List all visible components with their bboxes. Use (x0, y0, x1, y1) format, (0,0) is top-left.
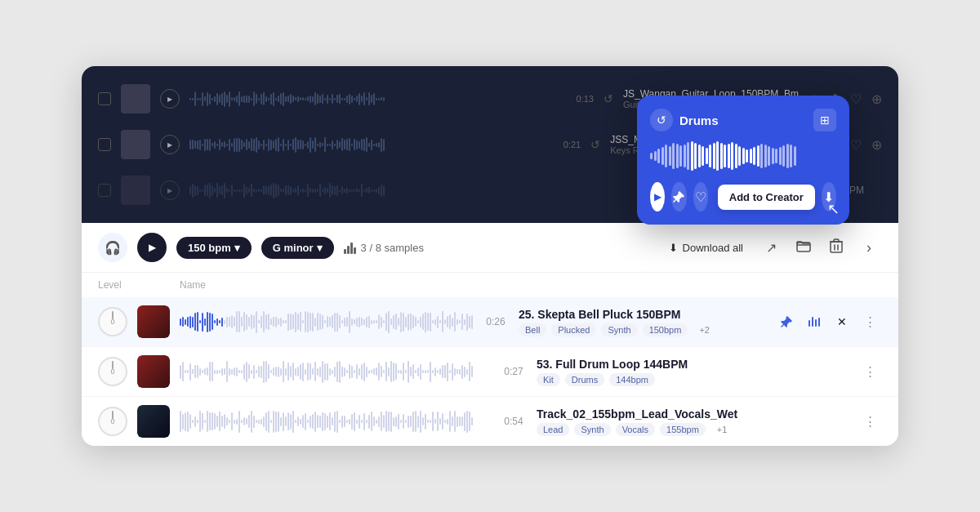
track-checkbox[interactable] (98, 184, 111, 197)
popup-refresh-button[interactable]: ↺ (650, 109, 673, 131)
key-label: G minor (273, 242, 314, 254)
tag[interactable]: Vocals (616, 423, 655, 436)
bpm-button[interactable]: 150 bpm ▾ (176, 237, 252, 259)
delete-icon (830, 238, 843, 256)
svg-rect-3 (812, 317, 813, 327)
chevron-icon: › (866, 239, 871, 256)
add-to-creator-icon[interactable]: ⊕ (871, 91, 882, 107)
track-name-2: 53. Full Drum Loop 144BPM (537, 358, 848, 371)
heart-icon[interactable]: ♡ (850, 137, 862, 153)
samples-label: 3 / 8 samples (361, 242, 424, 254)
add-to-creator-tooltip: Add to Creator (718, 185, 815, 210)
col-name-header: Name (180, 279, 882, 291)
popup-grid-button[interactable]: ⊞ (813, 109, 836, 131)
tag[interactable]: 155bpm (660, 423, 706, 436)
tag-more[interactable]: +2 (693, 323, 716, 336)
track-tags-1: Bell Plucked Synth 150bpm +2 (519, 323, 764, 336)
tag[interactable]: Drums (565, 373, 604, 386)
bar-chart-icon (344, 241, 356, 254)
tag[interactable]: Plucked (551, 323, 596, 336)
popup-download-button[interactable]: ⬇ ↖ (822, 182, 836, 211)
key-arrow: ▾ (317, 242, 323, 254)
row-actions-2: ⋮ (858, 359, 882, 384)
delete-button[interactable] (823, 234, 849, 260)
track-thumbnail (121, 130, 150, 159)
bpm-arrow: ▾ (234, 242, 240, 254)
download-icon: ⬇ (669, 242, 678, 254)
more-button-1[interactable]: ⋮ (858, 309, 882, 334)
track-row-3: 0 0:54 Track_02_155bpm_Lead_Vocals_Wet L… (82, 397, 898, 446)
track-duration-3: 0:54 (501, 416, 527, 427)
key-button[interactable]: G minor ▾ (261, 237, 334, 259)
tag-more[interactable]: +1 (710, 423, 734, 436)
play-button-dark[interactable]: ▶ (160, 180, 180, 200)
level-knob-3[interactable]: 0 (98, 407, 127, 436)
track-info-3: Track_02_155bpm_Lead_Vocals_Wet Lead Syn… (537, 407, 848, 436)
track-checkbox[interactable] (98, 138, 111, 151)
col-level-header: Level (98, 279, 180, 291)
play-button-dark[interactable]: ▶ (160, 135, 180, 154)
tag[interactable]: Lead (537, 423, 569, 436)
eq-button-1[interactable] (802, 309, 826, 334)
track-duration: 0:21 (558, 140, 581, 149)
add-to-creator-icon[interactable]: ⊕ (871, 137, 882, 153)
play-button-main[interactable]: ▶ (137, 233, 167, 262)
popup-waveform (650, 141, 836, 171)
refresh-icon[interactable]: ↺ (604, 92, 613, 105)
more-button-2[interactable]: ⋮ (858, 359, 882, 384)
folder-button[interactable] (791, 234, 817, 260)
player-bar: 🎧 ▶ 150 bpm ▾ G minor ▾ 3 / 8 samples (82, 223, 898, 273)
play-button-dark[interactable]: ▶ (160, 89, 180, 109)
waveform-dark: // Inline waveform bars for dark tracks (189, 87, 561, 110)
popup-pin-button[interactable] (671, 182, 686, 211)
remove-button-1[interactable]: ✕ (830, 309, 854, 334)
popup-actions: ▶ ♡ Add to Creator ⬇ ↖ (650, 182, 836, 211)
track-thumbnail (121, 176, 150, 205)
track-duration-1: 0:26 (483, 316, 509, 327)
waveform-dark (189, 179, 709, 202)
waveform-dark (189, 133, 548, 156)
heart-icon[interactable]: ♡ (850, 91, 862, 107)
tag[interactable]: Bell (519, 323, 546, 336)
track-row-2: 0 0:27 53. Full Drum Loop 144BPM Kit Dru… (82, 347, 898, 397)
popup-card: ↺ Drums ⊞ ▶ ♡ Add to Creator ⬇ ↖ (637, 96, 849, 225)
tag[interactable]: Synth (601, 323, 637, 336)
track-duration-2: 0:27 (501, 366, 527, 377)
track-thumb-3 (137, 405, 170, 438)
track-checkbox[interactable] (98, 92, 111, 105)
level-knob-2[interactable]: 0 (98, 357, 127, 386)
waveform-2 (180, 358, 491, 385)
svg-rect-1 (831, 242, 842, 252)
download-all-label: Download all (683, 242, 743, 254)
folder-icon (796, 239, 811, 256)
level-knob-1[interactable]: 0 (98, 307, 127, 336)
pin-button-1[interactable] (774, 309, 799, 334)
popup-play-button[interactable]: ▶ (650, 182, 665, 211)
track-thumbnail (121, 84, 150, 114)
svg-rect-5 (818, 318, 820, 327)
row-actions-3: ⋮ (858, 409, 882, 434)
headphone-button[interactable]: 🎧 (98, 233, 127, 262)
svg-rect-2 (808, 320, 810, 327)
popup-title-group: ↺ Drums (650, 109, 719, 131)
track-tags-3: Lead Synth Vocals 155bpm +1 (537, 423, 848, 436)
collapse-button[interactable]: › (856, 234, 882, 260)
track-duration: 0:13 (571, 94, 594, 104)
more-button-3[interactable]: ⋮ (858, 409, 882, 434)
tag[interactable]: 144bpm (609, 373, 655, 386)
popup-heart-button[interactable]: ♡ (693, 182, 708, 211)
tag[interactable]: Kit (537, 373, 560, 386)
tag[interactable]: Synth (574, 423, 610, 436)
bpm-label: 150 bpm (188, 242, 231, 254)
share-button[interactable]: ↗ (758, 234, 784, 260)
track-info-1: 25. Skepta Bell Pluck 150BPM Bell Plucke… (519, 308, 764, 336)
track-thumb-2 (137, 355, 170, 388)
svg-rect-4 (815, 319, 817, 327)
track-row-1: 0 0:26 25. Skepta Bell Pluck 150BPM Bell… (82, 297, 898, 347)
track-thumb-1 (137, 305, 170, 338)
download-all-button[interactable]: ⬇ Download all (661, 237, 751, 259)
refresh-icon[interactable]: ↺ (590, 138, 600, 151)
white-section: 🎧 ▶ 150 bpm ▾ G minor ▾ 3 / 8 samples (82, 223, 898, 446)
tag[interactable]: 150bpm (643, 323, 688, 336)
popup-title: Drums (679, 114, 719, 127)
